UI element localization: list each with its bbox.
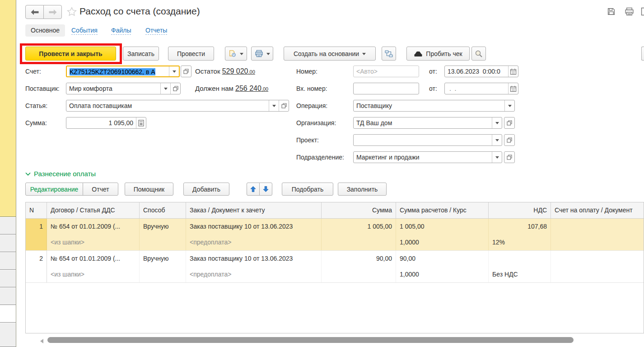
post-and-close-button[interactable]: Провести и закрыть [25,47,116,61]
cell-order[interactable]: Заказ поставщику 10 от 13.06.2023 [186,219,322,234]
tab-events[interactable]: События [71,26,98,35]
save-icon[interactable] [607,7,616,18]
number-placeholder[interactable]: <Авто> [354,66,419,77]
row-number[interactable]: 1 [26,219,47,250]
payment-section-toggle[interactable]: Разнесение оплаты [25,170,96,178]
cell-contract[interactable]: № 654 от 01.01.2009 (... [47,219,140,234]
report-mode-button[interactable]: Отчет [83,183,118,196]
balance-amount-link[interactable]: 529 020 [222,67,248,75]
clipped-window-icon[interactable] [641,7,644,18]
account-dropdown[interactable] [169,66,179,76]
row-number[interactable]: 2 [26,251,47,282]
article-value[interactable]: Оплата поставщикам [66,100,269,111]
tab-main[interactable]: Основное [25,24,65,37]
table-row[interactable]: 1 № 654 от 01.01.2009 (... <из шапки> Вр… [26,219,644,251]
date-value[interactable]: 13.06.2023 0:00:0 [445,66,508,77]
cell-contract-note[interactable]: <из шапки> [47,267,140,282]
cell-rate[interactable]: 1,0000 [396,234,489,250]
amount-calculator-button[interactable] [136,117,146,128]
operation-value[interactable]: Поставщику [354,100,504,111]
cell-rate[interactable]: 1,0000 [396,267,489,282]
cell-method[interactable]: Вручную [140,219,186,234]
cell-method[interactable]: Вручную [140,251,186,267]
department-field[interactable]: Маркетинг и продажи [353,151,502,163]
clipped-toolbar-button[interactable] [641,47,644,61]
article-dropdown[interactable] [269,100,279,111]
supplier-field[interactable]: Мир комфорта [66,83,181,94]
cell-order-note[interactable]: <предоплата> [186,267,322,282]
cell-invoice[interactable] [551,219,644,234]
operation-dropdown[interactable] [504,100,514,111]
cell-vat-rate[interactable]: Без НДС [489,267,551,282]
cell-sum[interactable]: 90,00 [322,251,396,267]
department-dropdown[interactable] [492,152,502,163]
organization-dropdown[interactable] [492,117,502,128]
article-field[interactable]: Оплата поставщикам [66,100,289,112]
department-open-button[interactable] [504,151,515,163]
horizontal-scrollbar-thumb[interactable] [47,337,574,343]
date-field[interactable]: 13.06.2023 0:00:0 [444,66,518,77]
forward-arrow-icon [48,9,57,15]
tab-files[interactable]: Файлы [111,26,131,35]
cell-vat[interactable] [489,251,551,267]
table-row[interactable]: 2 № 654 от 01.01.2009 (... <из шапки> Вр… [26,251,644,283]
col-settlement: Сумма расчетов / Курс [396,202,489,218]
cell-contract-note[interactable]: <из шапки> [47,234,140,250]
supplier-open-button[interactable] [170,83,180,94]
amount-field[interactable]: 1 095,00 [66,117,146,129]
cell-vat-rate[interactable]: 12% [489,234,551,250]
create-based-on-button[interactable]: Создать на основании [284,47,376,61]
related-documents-button[interactable] [382,47,396,61]
print-dropdown-button[interactable] [251,47,273,61]
fill-button[interactable]: Заполнить [338,183,387,196]
date-calendar-button[interactable] [508,66,518,77]
operation-field[interactable]: Поставщику [353,100,515,112]
incoming-date-calendar-button[interactable] [508,83,518,94]
postpone-dropdown-button[interactable] [225,47,247,61]
add-row-button[interactable]: Добавить [183,183,229,196]
number-field[interactable]: <Авто> [353,66,419,77]
cell-vat[interactable]: 107,68 [489,219,551,234]
account-field[interactable]: KZ75125KZT2069100662, в А [66,66,180,77]
incoming-date-field[interactable]: . . [444,83,518,94]
pick-button[interactable]: Подобрать [282,183,333,196]
project-field[interactable] [353,134,502,146]
cell-sum[interactable]: 1 005,00 [322,219,396,234]
article-open-button[interactable] [279,100,289,111]
cell-settlement-sum[interactable]: 90,00 [396,251,489,267]
account-open-button[interactable] [181,66,191,77]
incoming-number-field[interactable] [353,83,419,94]
project-value[interactable] [354,135,492,145]
print-icon[interactable] [625,7,634,18]
search-button[interactable] [471,47,486,61]
organization-value[interactable]: ТД Ваш дом [354,117,492,128]
supplier-value[interactable]: Мир комфорта [66,83,160,94]
print-receipt-button[interactable]: Пробить чек [406,47,470,61]
incoming-date-value[interactable]: . . [445,83,508,94]
forward-button[interactable] [43,5,62,19]
cell-order[interactable]: Заказ поставщику 10 от 13.06.2023 [186,251,322,267]
write-button[interactable]: Записать [123,47,159,61]
assistant-button[interactable]: Помощник [125,183,173,196]
cell-invoice[interactable] [551,251,644,267]
owed-amount-link[interactable]: 256 240 [235,84,261,92]
organization-open-button[interactable] [504,117,515,129]
cell-contract[interactable]: № 654 от 01.01.2009 (... [47,251,140,267]
scroll-left-arrow[interactable] [38,339,43,343]
department-value[interactable]: Маркетинг и продажи [354,152,492,163]
project-dropdown[interactable] [492,135,502,145]
tab-reports[interactable]: Отчеты [145,26,167,35]
project-open-button[interactable] [504,134,515,146]
move-up-button[interactable] [247,183,260,196]
incoming-number-value[interactable] [354,83,419,94]
post-button[interactable]: Провести [168,47,214,61]
supplier-dropdown[interactable] [160,83,170,94]
amount-value[interactable]: 1 095,00 [66,117,136,128]
organization-field[interactable]: ТД Ваш дом [353,117,502,129]
favorite-star-icon[interactable] [67,7,77,16]
cell-settlement-sum[interactable]: 1 005,00 [396,219,489,234]
edit-mode-button[interactable]: Редактирование [25,183,83,196]
cell-order-note[interactable]: <предоплата> [186,234,322,250]
back-button[interactable] [25,5,44,19]
move-down-button[interactable] [259,183,272,196]
